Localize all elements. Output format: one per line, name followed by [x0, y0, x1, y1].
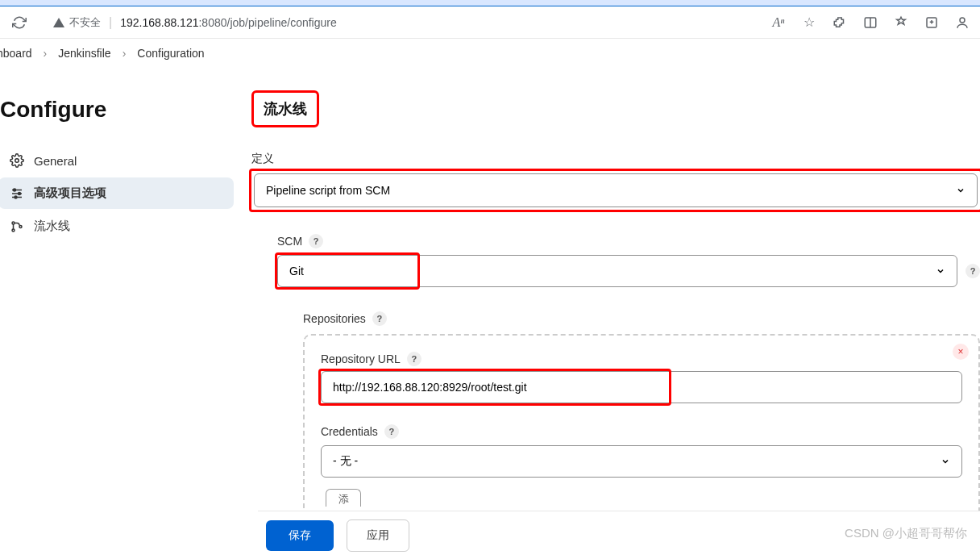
svg-point-15 — [19, 225, 22, 227]
warning-icon — [53, 18, 64, 27]
sidebar-toggle-icon[interactable] — [862, 15, 878, 31]
repository-url-input[interactable] — [321, 371, 962, 403]
select-value: Pipeline script from SCM — [266, 184, 390, 197]
sidebar-item-label: 高级项目选项 — [34, 186, 106, 201]
browser-tabs-strip — [0, 0, 980, 6]
highlight-definition-select: Pipeline script from SCM — [249, 169, 980, 212]
sidebar-item-general[interactable]: General — [0, 145, 234, 176]
reload-button[interactable] — [10, 13, 29, 32]
sidebar-item-pipeline[interactable]: 流水线 — [0, 211, 234, 242]
select-value: - 无 - — [333, 454, 358, 469]
repository-block: × Repository URL ? Credentials ? — [303, 334, 980, 524]
repositories-label: Repositories ? — [303, 311, 980, 326]
help-icon[interactable]: ? — [384, 424, 399, 439]
help-icon[interactable]: ? — [372, 311, 387, 326]
svg-point-5 — [960, 18, 965, 23]
breadcrumb: hboard › Jenkinsfile › Configuration — [0, 39, 980, 68]
chevron-down-icon — [956, 186, 965, 195]
branch-icon — [10, 219, 24, 234]
insecure-badge: 不安全 — [53, 15, 101, 30]
add-credentials-button[interactable]: 添 — [326, 489, 361, 507]
help-icon[interactable]: ? — [965, 264, 980, 278]
svg-point-14 — [12, 229, 15, 232]
apply-button[interactable]: 应用 — [347, 519, 409, 552]
help-icon[interactable]: ? — [309, 234, 323, 248]
extensions-icon[interactable] — [832, 15, 848, 31]
insecure-label: 不安全 — [69, 15, 101, 30]
svg-point-12 — [15, 196, 17, 198]
select-value: Git — [289, 265, 304, 277]
sidebar-item-advanced[interactable]: 高级项目选项 — [0, 177, 234, 209]
definition-label: 定义 — [251, 152, 980, 166]
address-separator: | — [109, 15, 112, 30]
collections-icon[interactable] — [893, 15, 909, 31]
watermark: CSDN @小超哥哥帮你 — [845, 526, 967, 541]
help-icon[interactable]: ? — [407, 352, 421, 366]
sidebar-item-label: 流水线 — [34, 219, 70, 234]
remove-repository-button[interactable]: × — [953, 344, 969, 360]
breadcrumb-configuration[interactable]: Configuration — [137, 47, 204, 60]
sidebar-item-label: General — [34, 154, 77, 168]
breadcrumb-jenkinsfile[interactable]: Jenkinsfile — [58, 47, 110, 60]
main-content: 流水线 定义 Pipeline script from SCM SCM ? Gi… — [237, 68, 980, 524]
chevron-right-icon: › — [44, 47, 48, 60]
sidebar: Configure General 高级项目选项 流水线 — [0, 68, 237, 524]
svg-point-11 — [19, 192, 21, 194]
credentials-label: Credentials ? — [321, 424, 962, 439]
svg-point-13 — [12, 222, 15, 224]
browser-toolbar: 不安全 | 192.168.88.121:8080/job/pipeline/c… — [0, 6, 980, 39]
svg-point-10 — [14, 189, 16, 191]
highlight-section-title: 流水线 — [251, 90, 319, 127]
gear-icon — [10, 153, 24, 168]
section-title: 流水线 — [254, 93, 317, 125]
chevron-right-icon: › — [122, 47, 127, 60]
address-url[interactable]: 192.168.88.121:8080/job/pipeline/configu… — [120, 16, 337, 29]
credentials-select[interactable]: - 无 - — [321, 445, 962, 478]
scm-select[interactable]: Git — [277, 255, 957, 287]
save-button[interactable]: 保存 — [266, 520, 334, 551]
scm-label: SCM ? — [277, 234, 980, 248]
definition-select[interactable]: Pipeline script from SCM — [254, 173, 978, 207]
favorite-icon[interactable]: ☆ — [801, 15, 817, 31]
svg-point-6 — [15, 159, 19, 163]
page-title: Configure — [0, 97, 237, 123]
chevron-down-icon — [936, 266, 945, 276]
sliders-icon — [10, 186, 24, 201]
downloads-icon[interactable] — [924, 15, 940, 31]
breadcrumb-dashboard[interactable]: hboard — [0, 47, 32, 60]
chevron-down-icon — [941, 457, 950, 466]
font-size-icon[interactable]: Aⁿ — [770, 15, 787, 31]
repository-url-label: Repository URL ? — [321, 352, 962, 366]
profile-icon[interactable] — [954, 15, 970, 31]
